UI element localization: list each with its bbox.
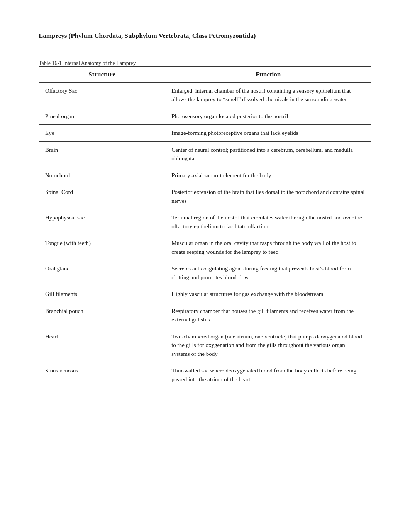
cell-structure: Hypophyseal sac xyxy=(39,209,165,235)
cell-function: Photosensory organ located posterior to … xyxy=(165,108,371,125)
cell-structure: Gill filaments xyxy=(39,286,165,303)
cell-function: Enlarged, internal chamber of the nostri… xyxy=(165,82,371,108)
table-caption: Table 16-1 Internal Anatomy of the Lampr… xyxy=(39,60,371,66)
table-row: EyeImage-forming photoreceptive organs t… xyxy=(39,125,371,142)
cell-structure: Pineal organ xyxy=(39,108,165,125)
cell-structure: Sinus venosus xyxy=(39,362,165,388)
cell-function: Posterior extension of the brain that li… xyxy=(165,184,371,209)
cell-structure: Spinal Cord xyxy=(39,184,165,209)
table-row: Pineal organPhotosensory organ located p… xyxy=(39,108,371,125)
table-row: Hypophyseal sacTerminal region of the no… xyxy=(39,209,371,235)
cell-function: Muscular organ in the oral cavity that r… xyxy=(165,235,371,260)
anatomy-table: Structure Function Olfactory SacEnlarged… xyxy=(39,66,371,388)
cell-structure: Olfactory Sac xyxy=(39,82,165,108)
cell-structure: Heart xyxy=(39,328,165,362)
table-row: Tongue (with teeth)Muscular organ in the… xyxy=(39,235,371,260)
cell-function: Image-forming photoreceptive organs that… xyxy=(165,125,371,142)
table-row: Spinal CordPosterior extension of the br… xyxy=(39,184,371,209)
column-header-structure: Structure xyxy=(39,66,165,82)
cell-structure: Brain xyxy=(39,141,165,167)
table-row: Gill filamentsHighly vascular structures… xyxy=(39,286,371,303)
table-row: Branchial pouchRespiratory chamber that … xyxy=(39,303,371,328)
table-row: HeartTwo-chambered organ (one atrium, on… xyxy=(39,328,371,362)
cell-function: Two-chambered organ (one atrium, one ven… xyxy=(165,328,371,362)
cell-structure: Eye xyxy=(39,125,165,142)
table-row: Oral glandSecretes anticoagulating agent… xyxy=(39,260,371,286)
page-title: Lampreys (Phylum Chordata, Subphylum Ver… xyxy=(39,31,371,41)
table-header-row: Structure Function xyxy=(39,66,371,82)
cell-function: Highly vascular structures for gas excha… xyxy=(165,286,371,303)
table-row: NotochordPrimary axial support element f… xyxy=(39,167,371,184)
cell-function: Center of neural control; partitioned in… xyxy=(165,141,371,167)
cell-function: Terminal region of the nostril that circ… xyxy=(165,209,371,235)
cell-function: Respiratory chamber that houses the gill… xyxy=(165,303,371,328)
column-header-function: Function xyxy=(165,66,371,82)
cell-function: Primary axial support element for the bo… xyxy=(165,167,371,184)
cell-function: Thin-walled sac where deoxygenated blood… xyxy=(165,362,371,388)
table-row: BrainCenter of neural control; partition… xyxy=(39,141,371,167)
cell-structure: Oral gland xyxy=(39,260,165,286)
cell-structure: Tongue (with teeth) xyxy=(39,235,165,260)
cell-structure: Branchial pouch xyxy=(39,303,165,328)
cell-function: Secretes anticoagulating agent during fe… xyxy=(165,260,371,286)
cell-structure: Notochord xyxy=(39,167,165,184)
table-row: Olfactory SacEnlarged, internal chamber … xyxy=(39,82,371,108)
table-row: Sinus venosusThin-walled sac where deoxy… xyxy=(39,362,371,388)
